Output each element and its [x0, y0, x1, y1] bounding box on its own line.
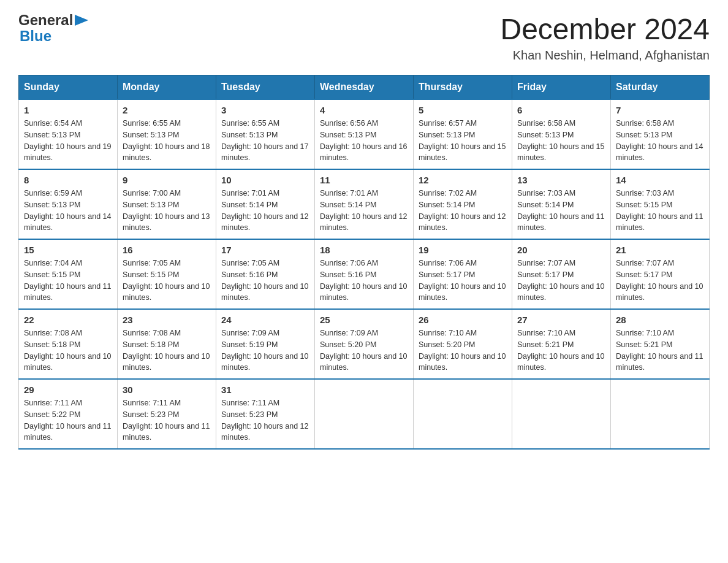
day-info: Sunrise: 7:05 AMSunset: 5:15 PMDaylight:…: [123, 258, 211, 304]
header-sunday: Sunday: [19, 75, 118, 100]
day-info: Sunrise: 6:55 AMSunset: 5:13 PMDaylight:…: [221, 118, 309, 164]
calendar-cell: 30Sunrise: 7:11 AMSunset: 5:23 PMDayligh…: [118, 379, 216, 449]
calendar-cell: 2Sunrise: 6:55 AMSunset: 5:13 PMDaylight…: [118, 99, 216, 169]
day-number: 30: [123, 385, 211, 395]
calendar-cell: 20Sunrise: 7:07 AMSunset: 5:17 PMDayligh…: [512, 239, 611, 309]
day-info: Sunrise: 7:11 AMSunset: 5:23 PMDaylight:…: [123, 397, 211, 443]
day-number: 12: [419, 175, 507, 185]
day-info: Sunrise: 7:05 AMSunset: 5:16 PMDaylight:…: [221, 258, 309, 304]
calendar-week-2: 8Sunrise: 6:59 AMSunset: 5:13 PMDaylight…: [19, 169, 710, 239]
calendar-cell: 13Sunrise: 7:03 AMSunset: 5:14 PMDayligh…: [512, 169, 611, 239]
svg-marker-0: [75, 15, 88, 26]
calendar-cell: 17Sunrise: 7:05 AMSunset: 5:16 PMDayligh…: [216, 239, 315, 309]
calendar-cell: 29Sunrise: 7:11 AMSunset: 5:22 PMDayligh…: [19, 379, 118, 449]
day-number: 5: [419, 105, 507, 115]
calendar-week-1: 1Sunrise: 6:54 AMSunset: 5:13 PMDaylight…: [19, 99, 710, 169]
day-number: 14: [616, 175, 704, 185]
day-number: 7: [616, 105, 704, 115]
calendar-week-5: 29Sunrise: 7:11 AMSunset: 5:22 PMDayligh…: [19, 379, 710, 449]
calendar-cell: 24Sunrise: 7:09 AMSunset: 5:19 PMDayligh…: [216, 309, 315, 379]
day-info: Sunrise: 7:09 AMSunset: 5:20 PMDaylight:…: [320, 327, 408, 373]
day-number: 29: [24, 385, 112, 395]
calendar-cell: 27Sunrise: 7:10 AMSunset: 5:21 PMDayligh…: [512, 309, 611, 379]
logo: General Blue: [18, 12, 88, 45]
day-number: 25: [320, 315, 408, 325]
day-info: Sunrise: 7:10 AMSunset: 5:21 PMDaylight:…: [616, 327, 704, 373]
header-wednesday: Wednesday: [315, 75, 414, 100]
calendar-cell: 19Sunrise: 7:06 AMSunset: 5:17 PMDayligh…: [414, 239, 512, 309]
calendar-cell: [315, 379, 414, 449]
calendar-cell: 1Sunrise: 6:54 AMSunset: 5:13 PMDaylight…: [19, 99, 118, 169]
day-info: Sunrise: 7:06 AMSunset: 5:16 PMDaylight:…: [320, 258, 408, 304]
day-number: 23: [123, 315, 211, 325]
day-info: Sunrise: 7:07 AMSunset: 5:17 PMDaylight:…: [616, 258, 704, 304]
calendar-cell: 23Sunrise: 7:08 AMSunset: 5:18 PMDayligh…: [118, 309, 216, 379]
logo-blue-text: Blue: [20, 28, 88, 44]
calendar-cell: 18Sunrise: 7:06 AMSunset: 5:16 PMDayligh…: [315, 239, 414, 309]
day-info: Sunrise: 7:03 AMSunset: 5:14 PMDaylight:…: [517, 188, 605, 234]
day-info: Sunrise: 7:06 AMSunset: 5:17 PMDaylight:…: [419, 258, 507, 304]
header-thursday: Thursday: [414, 75, 512, 100]
day-info: Sunrise: 6:57 AMSunset: 5:13 PMDaylight:…: [419, 118, 507, 164]
day-number: 1: [24, 105, 112, 115]
day-number: 6: [517, 105, 605, 115]
calendar-cell: 6Sunrise: 6:58 AMSunset: 5:13 PMDaylight…: [512, 99, 611, 169]
day-number: 22: [24, 315, 112, 325]
logo-general-text: General: [18, 12, 73, 28]
day-info: Sunrise: 7:07 AMSunset: 5:17 PMDaylight:…: [517, 258, 605, 304]
day-number: 28: [616, 315, 704, 325]
header-friday: Friday: [512, 75, 611, 100]
calendar-cell: [414, 379, 512, 449]
calendar-cell: 14Sunrise: 7:03 AMSunset: 5:15 PMDayligh…: [611, 169, 710, 239]
header-saturday: Saturday: [611, 75, 710, 100]
day-info: Sunrise: 7:11 AMSunset: 5:23 PMDaylight:…: [221, 397, 309, 443]
day-number: 13: [517, 175, 605, 185]
calendar-cell: 21Sunrise: 7:07 AMSunset: 5:17 PMDayligh…: [611, 239, 710, 309]
calendar-week-3: 15Sunrise: 7:04 AMSunset: 5:15 PMDayligh…: [19, 239, 710, 309]
calendar-cell: 31Sunrise: 7:11 AMSunset: 5:23 PMDayligh…: [216, 379, 315, 449]
day-info: Sunrise: 7:01 AMSunset: 5:14 PMDaylight:…: [221, 188, 309, 234]
calendar-week-4: 22Sunrise: 7:08 AMSunset: 5:18 PMDayligh…: [19, 309, 710, 379]
day-number: 3: [221, 105, 309, 115]
day-number: 17: [221, 245, 309, 255]
calendar-header-row: SundayMondayTuesdayWednesdayThursdayFrid…: [19, 75, 710, 100]
day-info: Sunrise: 6:58 AMSunset: 5:13 PMDaylight:…: [616, 118, 704, 164]
logo-arrow-icon: [75, 15, 88, 26]
header-monday: Monday: [118, 75, 216, 100]
calendar-cell: 8Sunrise: 6:59 AMSunset: 5:13 PMDaylight…: [19, 169, 118, 239]
day-info: Sunrise: 6:54 AMSunset: 5:13 PMDaylight:…: [24, 118, 112, 164]
calendar-cell: 25Sunrise: 7:09 AMSunset: 5:20 PMDayligh…: [315, 309, 414, 379]
calendar-cell: 9Sunrise: 7:00 AMSunset: 5:13 PMDaylight…: [118, 169, 216, 239]
calendar-cell: 3Sunrise: 6:55 AMSunset: 5:13 PMDaylight…: [216, 99, 315, 169]
day-number: 31: [221, 385, 309, 395]
calendar-cell: 11Sunrise: 7:01 AMSunset: 5:14 PMDayligh…: [315, 169, 414, 239]
calendar-cell: 10Sunrise: 7:01 AMSunset: 5:14 PMDayligh…: [216, 169, 315, 239]
day-number: 20: [517, 245, 605, 255]
day-number: 15: [24, 245, 112, 255]
calendar-cell: 28Sunrise: 7:10 AMSunset: 5:21 PMDayligh…: [611, 309, 710, 379]
calendar-cell: 12Sunrise: 7:02 AMSunset: 5:14 PMDayligh…: [414, 169, 512, 239]
subtitle: Khan Neshin, Helmand, Afghanistan: [500, 48, 710, 63]
calendar-cell: [512, 379, 611, 449]
day-info: Sunrise: 7:09 AMSunset: 5:19 PMDaylight:…: [221, 327, 309, 373]
day-number: 8: [24, 175, 112, 185]
day-info: Sunrise: 7:10 AMSunset: 5:21 PMDaylight:…: [517, 327, 605, 373]
day-info: Sunrise: 6:59 AMSunset: 5:13 PMDaylight:…: [24, 188, 112, 234]
calendar-cell: 4Sunrise: 6:56 AMSunset: 5:13 PMDaylight…: [315, 99, 414, 169]
day-number: 18: [320, 245, 408, 255]
day-number: 19: [419, 245, 507, 255]
day-number: 16: [123, 245, 211, 255]
day-info: Sunrise: 6:55 AMSunset: 5:13 PMDaylight:…: [123, 118, 211, 164]
day-number: 2: [123, 105, 211, 115]
day-number: 4: [320, 105, 408, 115]
calendar-cell: 22Sunrise: 7:08 AMSunset: 5:18 PMDayligh…: [19, 309, 118, 379]
day-number: 27: [517, 315, 605, 325]
day-number: 26: [419, 315, 507, 325]
calendar-cell: 7Sunrise: 6:58 AMSunset: 5:13 PMDaylight…: [611, 99, 710, 169]
calendar-table: SundayMondayTuesdayWednesdayThursdayFrid…: [18, 75, 710, 450]
calendar-cell: [611, 379, 710, 449]
calendar-cell: 26Sunrise: 7:10 AMSunset: 5:20 PMDayligh…: [414, 309, 512, 379]
day-info: Sunrise: 7:11 AMSunset: 5:22 PMDaylight:…: [24, 397, 112, 443]
calendar-cell: 16Sunrise: 7:05 AMSunset: 5:15 PMDayligh…: [118, 239, 216, 309]
day-info: Sunrise: 7:00 AMSunset: 5:13 PMDaylight:…: [123, 188, 211, 234]
